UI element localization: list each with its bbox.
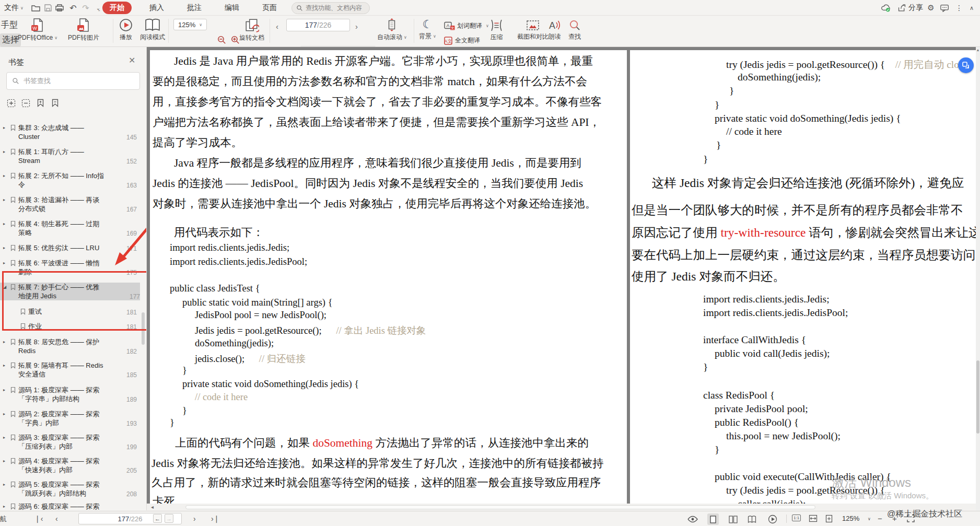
- disclosure-triangle-icon[interactable]: ▸: [3, 337, 10, 344]
- tab-插入[interactable]: 插入: [144, 2, 169, 14]
- bookmark-item[interactable]: ▸集群 3: 众志成城 —— Cluster145: [3, 123, 137, 141]
- bookmark-item[interactable]: ▸源码 3: 极度深寒 —— 探索「压缩列表」内部199: [3, 433, 137, 451]
- fit-width-button[interactable]: [809, 515, 818, 522]
- redo-icon[interactable]: ↷: [80, 3, 91, 13]
- disclosure-triangle-icon[interactable]: ▸: [3, 480, 10, 487]
- bookmark-item[interactable]: ▸拓展 2: 无所不知 —— Info指令163: [3, 171, 137, 189]
- disclosure-triangle-icon[interactable]: ▸: [3, 195, 10, 202]
- rotate-document-button[interactable]: 旋转文档: [239, 18, 264, 42]
- full-translate-button[interactable]: A文 全文翻译: [441, 34, 483, 46]
- zoom-select[interactable]: 125% ∨: [173, 19, 207, 30]
- bookmark-item[interactable]: ▸源码 2: 极度深寒 —— 探索「字典」内部193: [3, 410, 137, 427]
- tab-编辑[interactable]: 编辑: [219, 2, 244, 14]
- navigation-label[interactable]: 航: [0, 515, 7, 524]
- disclosure-triangle-icon[interactable]: ▸: [3, 457, 10, 463]
- last-page-icon[interactable]: ›❘: [211, 515, 219, 523]
- print-icon[interactable]: [54, 3, 65, 13]
- bookmark-item[interactable]: ▸源码 4: 极度深寒 —— 探索「快速列表」内部205: [3, 457, 137, 474]
- svg-text:W: W: [32, 26, 37, 31]
- bookmark-label: 集群 3: 众志成城 —— Cluster: [18, 123, 104, 141]
- fit-page-button[interactable]: [825, 515, 833, 523]
- word-translate-button[interactable]: A文 划词翻译 ∨: [441, 20, 492, 32]
- save-icon[interactable]: [43, 3, 53, 13]
- zoom-out-button[interactable]: −: [878, 514, 882, 523]
- hand-tool-label[interactable]: 手型: [1, 20, 18, 31]
- slideshow-play-icon[interactable]: [767, 513, 778, 525]
- zoom-in-icon[interactable]: [230, 34, 240, 45]
- search-icon: [296, 5, 303, 11]
- cloud-sync-icon[interactable]: [881, 3, 891, 13]
- pdf-to-image-button[interactable]: PDF转图片: [68, 18, 99, 42]
- previous-page-icon[interactable]: ‹: [55, 515, 58, 523]
- more-commands-icon[interactable]: ⌄̱: [93, 3, 103, 13]
- disclosure-triangle-icon[interactable]: ▸: [3, 433, 10, 440]
- tab-页面[interactable]: 页面: [257, 2, 282, 14]
- vertical-scrollbar-thumb[interactable]: [976, 360, 979, 434]
- disclosure-triangle-icon[interactable]: ▸: [3, 502, 10, 509]
- tab-开始[interactable]: 开始: [102, 2, 132, 14]
- find-button[interactable]: 查找: [568, 19, 581, 41]
- bookmark-item[interactable]: ▸拓展 1: 耳听八方 —— Stream152: [3, 147, 137, 165]
- read-aloud-button[interactable]: A 朗读: [547, 19, 562, 41]
- status-zoom-value[interactable]: 125%: [842, 515, 859, 522]
- bookmark-item[interactable]: ▸拓展 9: 隔墙有耳 —— Redis安全通信185: [3, 361, 137, 379]
- bookmark-item[interactable]: ▸源码 6: 极度深寒 —— 探索: [3, 502, 137, 510]
- pdf-to-office-button[interactable]: W PDF转Office∨: [18, 18, 57, 42]
- disclosure-triangle-icon[interactable]: ▸: [3, 147, 10, 154]
- text-line: }: [715, 444, 719, 455]
- undo-icon[interactable]: ↶: [68, 3, 78, 13]
- chevron-down-icon: ∨: [54, 36, 57, 40]
- play-button[interactable]: 播放: [119, 18, 133, 42]
- scroll-left-arrow[interactable]: ◂: [151, 504, 154, 510]
- history-forward-button[interactable]: →: [165, 514, 173, 523]
- collapse-ribbon-icon[interactable]: ∧: [966, 3, 977, 13]
- background-button[interactable]: ☾ 背景∨: [419, 18, 436, 41]
- feedback-comment-icon[interactable]: [939, 3, 950, 13]
- single-page-mode-icon[interactable]: [707, 513, 719, 525]
- disclosure-triangle-icon[interactable]: ▸: [3, 171, 10, 178]
- horizontal-scrollbar-thumb[interactable]: [185, 505, 815, 509]
- history-back-button[interactable]: ←: [153, 514, 162, 523]
- prev-page-icon[interactable]: ‹: [276, 21, 278, 31]
- auto-scroll-button[interactable]: 自动滚动∨: [377, 18, 407, 42]
- bookmark-item[interactable]: ▸拓展 8: 居安思危 —— 保护 Redis182: [3, 337, 137, 355]
- double-page-mode-icon[interactable]: [727, 513, 739, 525]
- bookmark-icon: [10, 172, 16, 179]
- actual-size-button[interactable]: 1:1: [792, 515, 801, 521]
- floating-translate-button[interactable]: [958, 57, 974, 73]
- bookmark-item[interactable]: ▸源码 1: 极度深寒 —— 探索「字符串」内部结构189: [3, 385, 137, 403]
- search-box[interactable]: 查找功能、文档内容: [291, 2, 370, 14]
- bookmark-item[interactable]: ▸源码 5: 极度深寒 —— 探索「跳跃列表」内部结构208: [3, 480, 137, 498]
- chevron-down-icon: ∨: [20, 6, 24, 10]
- book-mode-icon[interactable]: [746, 513, 757, 525]
- compress-button[interactable]: 压缩: [490, 19, 503, 42]
- disclosure-triangle-icon[interactable]: ▸: [3, 259, 10, 265]
- chevron-down-icon[interactable]: ∨: [868, 517, 871, 521]
- text-line: }: [715, 99, 719, 111]
- disclosure-triangle-icon[interactable]: ▸: [3, 219, 10, 226]
- open-file-icon[interactable]: [30, 3, 41, 13]
- screenshot-compare-button[interactable]: 截图和对比: [517, 19, 549, 41]
- first-page-icon[interactable]: ❘‹: [34, 515, 43, 523]
- eye-protect-icon[interactable]: [687, 516, 698, 523]
- next-page-icon[interactable]: ›: [355, 21, 358, 31]
- next-page-icon[interactable]: ›: [193, 515, 196, 523]
- file-menu[interactable]: 文件 ∨: [4, 0, 24, 16]
- vertical-scrollbar[interactable]: ▲: [976, 47, 980, 511]
- read-mode-button[interactable]: 阅读模式: [140, 18, 165, 42]
- bookmark-item[interactable]: ▸拓展 3: 拾遗漏补 —— 再谈分布式锁167: [3, 195, 137, 213]
- disclosure-triangle-icon[interactable]: ▸: [3, 361, 10, 368]
- disclosure-triangle-icon[interactable]: ▸: [3, 123, 10, 130]
- disclosure-triangle-icon[interactable]: ▸: [3, 243, 10, 250]
- tab-批注[interactable]: 批注: [182, 2, 207, 14]
- disclosure-triangle-icon[interactable]: ▸: [3, 410, 10, 416]
- disclosure-triangle-icon[interactable]: ▸: [3, 385, 10, 392]
- pdf-reader-window: 文件 ∨ ↶ ↷ ⌄̱ 开始插入批注编辑页面保护转换 查找功能、文档内容 分享: [0, 0, 980, 526]
- horizontal-scrollbar[interactable]: ◂: [147, 504, 976, 511]
- share-button[interactable]: 分享: [897, 0, 923, 16]
- scroll-up-arrow[interactable]: ▲: [976, 48, 980, 52]
- settings-gear-icon[interactable]: ⚙: [926, 3, 936, 13]
- zoom-out-icon[interactable]: [216, 34, 227, 45]
- more-menu-icon[interactable]: ⋮: [954, 3, 964, 13]
- page-number-input[interactable]: 177/226: [286, 19, 350, 31]
